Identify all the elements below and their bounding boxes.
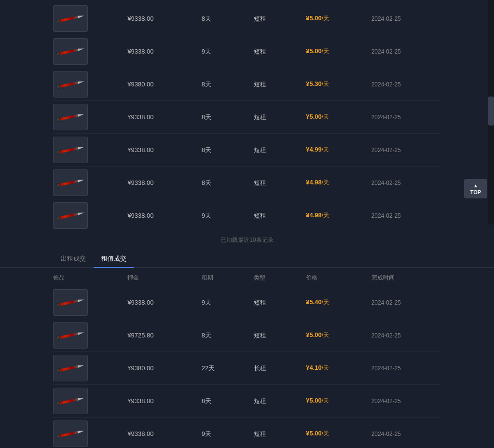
time-col: 2024-02-25: [371, 114, 441, 121]
price-col: ¥9338.00: [123, 15, 201, 22]
rate-col: ¥5.40/天: [306, 298, 371, 307]
header-rate: 价格: [306, 274, 371, 282]
item-thumbnail: [53, 169, 88, 196]
footer-note: 已加载最近10条记录: [53, 232, 441, 248]
time-col: 2024-02-25: [371, 431, 441, 437]
tab-zuzhi[interactable]: 租值成交: [94, 251, 134, 268]
table-row: ¥9338.00 8天 短租 ¥4.98/天 2024-02-25: [53, 167, 441, 199]
item-thumbnail: [53, 38, 88, 65]
rate-col: ¥5.00/天: [306, 47, 371, 56]
time-col: 2024-02-25: [371, 332, 441, 339]
time-col: 2024-02-25: [371, 180, 441, 186]
header-days: 租期: [202, 274, 254, 282]
table-row: ¥9725.80 8天 短租 ¥5.00/天 2024-02-25: [53, 319, 441, 352]
days-col: 9天: [202, 430, 254, 438]
item-col: [53, 388, 123, 414]
item-col: [53, 202, 123, 229]
rate-value: ¥4.98: [306, 179, 322, 186]
time-col: 2024-02-25: [371, 48, 441, 55]
item-col: [53, 355, 123, 381]
rate-unit: /天: [322, 212, 329, 219]
top-arrow-up-1: ▲: [473, 183, 478, 188]
rate-value: ¥5.00: [306, 331, 322, 338]
price-col: ¥9338.00: [123, 113, 201, 121]
table-row: ¥9338.00 9天 短租 ¥5.40/天 2024-02-25: [53, 286, 441, 319]
time-col: 2024-02-25: [371, 365, 441, 372]
type-col: 短租: [254, 113, 306, 122]
table-row: ¥9338.00 8天 短租 ¥5.00/天 2024-02-25: [53, 101, 441, 134]
time-col: 2024-02-25: [371, 15, 441, 22]
rate-unit: /天: [322, 364, 329, 371]
item-col: [53, 38, 123, 65]
item-thumbnail: [53, 104, 88, 130]
days-col: 8天: [202, 179, 254, 187]
rate-value: ¥5.00: [306, 397, 322, 404]
rate-col: ¥4.98/天: [306, 211, 371, 220]
item-col: [53, 322, 123, 349]
rate-unit: /天: [322, 48, 329, 55]
table-row: ¥9338.00 9天 短租 ¥4.98/天 2024-02-25: [53, 199, 441, 232]
top-label-1: TOP: [470, 189, 481, 195]
days-col: 8天: [202, 146, 254, 154]
item-col: [53, 5, 123, 32]
days-col: 8天: [202, 397, 254, 406]
time-col: 2024-02-25: [371, 147, 441, 154]
tab-chuzujiaoy[interactable]: 出租成交: [53, 251, 94, 268]
table-row: ¥9380.00 8天 短租 ¥5.30/天 2024-02-25: [53, 68, 441, 101]
type-col: 短租: [254, 331, 306, 340]
rate-unit: /天: [322, 179, 329, 186]
page-wrapper: ¥9338.00 8天 短租 ¥5.00/天 2024-02-25: [0, 0, 494, 448]
days-col: 22天: [202, 364, 254, 373]
rate-col: ¥5.00/天: [306, 397, 371, 405]
item-col: [53, 71, 123, 98]
type-col: 短租: [254, 430, 306, 438]
scrollbar-thumb[interactable]: [488, 97, 494, 126]
item-thumbnail: [53, 322, 88, 349]
table-header: 饰品 押金 租期 类型 价格 完成时间: [53, 270, 441, 286]
rate-value: ¥5.00: [306, 113, 322, 120]
time-col: 2024-02-25: [371, 212, 441, 219]
time-col: 2024-02-25: [371, 81, 441, 88]
top-section: ¥9338.00 8天 短租 ¥5.00/天 2024-02-25: [0, 0, 494, 248]
header-price: 押金: [123, 274, 201, 282]
item-thumbnail: [53, 71, 88, 98]
time-col: 2024-02-25: [371, 299, 441, 306]
item-thumbnail: [53, 388, 88, 414]
item-col: [53, 137, 123, 163]
tab-section: 出租成交 租值成交: [0, 251, 494, 268]
rate-col: ¥5.30/天: [306, 80, 371, 88]
rate-value: ¥5.30: [306, 80, 322, 87]
item-thumbnail: [53, 5, 88, 32]
bottom-section: 饰品 押金 租期 类型 价格 完成时间: [0, 268, 494, 448]
item-thumbnail: [53, 420, 88, 447]
price-col: ¥9338.00: [123, 397, 201, 405]
top-button-1[interactable]: ▲ TOP: [464, 179, 487, 198]
header-item: 饰品: [53, 274, 123, 282]
item-thumbnail: [53, 289, 88, 316]
days-col: 8天: [202, 80, 254, 89]
rate-col: ¥5.00/天: [306, 430, 371, 438]
table-row: ¥9338.00 8天 短租 ¥5.00/天 2024-02-25: [53, 2, 441, 35]
rate-col: ¥5.00/天: [306, 113, 371, 121]
item-col: [53, 104, 123, 130]
price-col: ¥9380.00: [123, 364, 201, 372]
item-col: [53, 420, 123, 447]
rate-value: ¥5.00: [306, 430, 322, 437]
rate-col: ¥4.10/天: [306, 364, 371, 372]
type-col: 长租: [254, 364, 306, 373]
table-row: ¥9338.00 9天 短租 ¥5.00/天 2024-02-25: [53, 35, 441, 68]
price-col: ¥9338.00: [123, 299, 201, 306]
rate-value: ¥5.40: [306, 298, 322, 306]
rate-value: ¥4.10: [306, 364, 322, 371]
rate-unit: /天: [322, 146, 329, 153]
type-col: 短租: [254, 14, 306, 23]
time-col: 2024-02-25: [371, 398, 441, 405]
table-row: ¥9338.00 8天 短租 ¥4.99/天 2024-02-25: [53, 134, 441, 167]
days-col: 9天: [202, 211, 254, 220]
table-row: ¥9338.00 8天 短租 ¥5.00/天 2024-02-25: [53, 385, 441, 418]
header-type: 类型: [254, 274, 306, 282]
rate-unit: /天: [322, 430, 329, 437]
header-time: 完成时间: [371, 274, 441, 282]
type-col: 短租: [254, 146, 306, 154]
table-row: ¥9338.00 9天 短租 ¥5.00/天 2024-02-25: [53, 418, 441, 448]
